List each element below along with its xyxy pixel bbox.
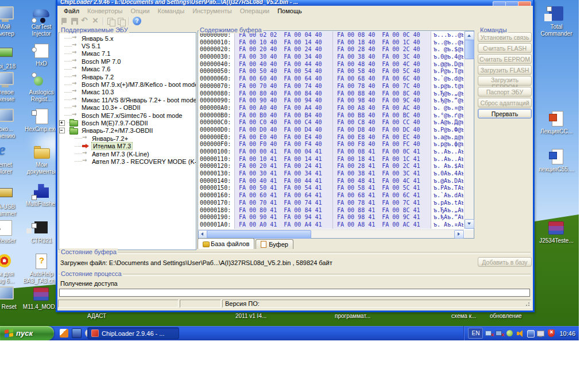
title-bar[interactable]: ChipLoader 2.9.46 - E:\Documents and Set… [57,0,533,6]
desktop-icon-pa-usb-programmer[interactable]: PA-USB grammer [0,183,22,217]
menu-item[interactable]: Команды [154,7,189,15]
tree-item[interactable]: Автел М7.3 (K-Line) [59,150,196,158]
menu-item[interactable]: Файл [60,7,83,15]
desktop-icon-label[interactable]: 2011 v1 I4... [235,313,266,319]
desktop-icon-cartest[interactable]: CarTest Injector [24,6,59,37]
command-button[interactable]: Паспорт ЭБУ [478,87,532,97]
minimize-button[interactable] [493,1,506,6]
horizontal-scrollbar[interactable] [198,229,464,238]
desktop-icon-auslogics[interactable]: Auslogics Regist... [24,71,59,103]
hex-row[interactable]: 00000140: FA 00 40 41 FA 00 44 41 FA 00 … [198,178,463,185]
hex-row[interactable]: 000000C0: FA 00 C0 40 FA 00 C4 40 FA 00 … [198,119,463,126]
tree-expander-icon[interactable] [59,120,65,126]
desktop-icon-total-commander[interactable]: Total Commander [536,6,577,37]
network-disconnected-icon[interactable] [485,329,493,337]
desktop-icon-service-reset[interactable]: ice Reset [0,286,22,310]
security-alert-icon[interactable] [547,329,555,337]
tree-item[interactable]: Январь 5.x [59,34,196,42]
tree-item[interactable]: Микас 7.6 [59,66,196,73]
desktop-icon-lekciya-c55[interactable]: лекцияС55.... [536,148,577,173]
desktop-icon-hexcmp[interactable]: HexCmp.exe [24,108,59,133]
command-button[interactable]: Загрузить EEPROM [478,76,532,86]
quick-launch-icon-1[interactable] [60,329,68,338]
open-file-icon[interactable] [60,17,69,25]
menu-item[interactable]: Операции [236,7,273,15]
tree-expander-icon[interactable] [59,128,65,133]
hex-row[interactable]: 000001A0: FA 00 A0 41 FA 00 A4 41 FA 00 … [198,221,463,229]
command-button[interactable]: Считать EEPROM [478,54,532,64]
desktop-icon-label[interactable]: АДАСТ [87,313,106,319]
hex-row[interactable]: 00000060: FA 00 60 40 FA 00 64 40 FA 00 … [198,75,463,83]
quick-launch-icon-2[interactable] [72,328,82,338]
save-file-icon[interactable] [71,17,79,25]
desktop-icon-j2534[interactable]: J2534Teste... [536,220,577,244]
desktop-icon-lekciya-cc[interactable]: ЛекцияСС... [536,110,577,135]
help-icon[interactable]: ? [133,17,141,25]
tree-item[interactable]: Январь-7.2+/М7.3-OBDII [59,127,196,135]
command-button[interactable]: Считать FLASH [478,43,532,53]
tree-item[interactable]: Bosch ME7.x/Simtec76 - boot mode [59,112,196,119]
hex-row[interactable]: 00000010: FA 00 10 40 FA 00 14 40 FA 00 … [198,39,463,47]
desktop-icon-network[interactable]: етевое ужение [0,71,22,103]
hex-row[interactable]: 000000B0: FA 00 B0 40 FA 00 B4 40 FA 00 … [198,112,463,120]
hex-row[interactable]: 00000090: FA 00 90 40 FA 00 94 40 FA 00 … [198,97,463,105]
desktop-icon-reader[interactable]: t Reader [0,220,22,244]
language-indicator[interactable]: EN [468,328,483,339]
hex-row[interactable]: 00000070: FA 00 70 40 FA 00 74 40 FA 00 … [198,83,463,90]
volume-icon[interactable] [516,329,524,337]
tree-item[interactable]: Микас 10.3+ - OBDII [59,104,196,112]
tree-item[interactable]: Ителма М7.3 [59,142,196,150]
menu-item[interactable]: Помощь [273,7,306,15]
hex-row[interactable]: 000000E0: FA 00 E0 40 FA 00 E4 40 FA 00 … [198,134,463,141]
close-button[interactable] [518,1,531,6]
maximize-button[interactable] [505,1,519,6]
undo-icon[interactable] [81,17,90,25]
tree-item[interactable]: Микас 11/VS 8/Январь 7.2+ - boot mode [59,96,196,103]
connection-error-icon[interactable] [496,329,504,337]
command-button[interactable]: Сброс адаптаций [478,98,532,108]
taskbar-clock[interactable]: 10:46 [559,330,575,337]
resize-grip[interactable] [524,301,530,306]
hex-row[interactable]: 00000040: FA 00 40 40 FA 00 44 40 FA 00 … [198,61,463,68]
hex-row[interactable]: 00000170: FA 00 70 41 FA 00 74 41 FA 00 … [198,200,463,207]
tree-item[interactable]: Микас 10.3 [59,89,196,96]
vertical-scrollbar[interactable] [464,31,474,229]
antivirus-icon[interactable] [506,329,514,337]
tree-item[interactable]: Автел М7.3 - RECOVERY MODE (K-Line) [59,158,196,165]
delete-icon[interactable] [91,17,100,25]
hex-row[interactable]: 00000150: FA 00 50 41 FA 00 54 41 FA 00 … [198,185,463,192]
tree-item[interactable]: Январь 7.2 [59,73,196,80]
desktop-icon-autohelp[interactable]: AutoHelp ВАЗ_ГАЗ.chm [24,253,59,285]
tray-app-icon[interactable] [527,329,535,337]
desktop-icon-hxd[interactable]: HxD [24,43,59,67]
desktop-icon-multiflasher[interactable]: MultiFlasher [24,183,59,208]
hex-row[interactable]: 00000100: FA 00 00 41 FA 00 04 41 FA 00 … [198,148,463,156]
scrollbar-thumb[interactable] [465,40,474,59]
hex-row[interactable]: 00000080: FA 00 80 40 FA 00 84 40 FA 00 … [198,90,463,98]
hex-row[interactable]: 00000120: FA 00 20 41 FA 00 24 41 FA 00 … [198,163,463,170]
tree-item[interactable]: Микас 7.1 [59,50,196,57]
menu-item[interactable]: Конверторы [83,7,126,15]
display-settings-icon[interactable] [537,329,545,337]
command-button[interactable]: Прервать [478,109,532,118]
desktop-icon-m114mod[interactable]: M11.4_MOD... [24,286,59,310]
hex-row[interactable]: 00000190: FA 00 90 41 FA 00 94 41 FA 00 … [198,214,463,221]
hex-row[interactable]: 00000030: FA 00 30 40 FA 00 34 40 FA 00 … [198,53,463,61]
hex-row[interactable]: 00000110: FA 00 10 41 FA 00 14 41 FA 00 … [198,156,463,163]
tab-buffer[interactable]: Буфер [256,239,293,249]
hex-row[interactable]: 00000180: FA 00 80 41 FA 00 84 41 FA 00 … [198,207,463,214]
taskbar-task-chiploader[interactable]: ChipLoader 2.9.46 - ... [87,327,179,339]
hex-row[interactable]: 000000F0: FA 00 F0 40 FA 00 F4 40 FA 00 … [198,141,463,148]
desktop-icon-highspeed-connection[interactable]: соко... ючению [0,108,22,140]
tree-item[interactable]: VS 5.1 [59,42,196,49]
hex-row[interactable]: 000000D0: FA 00 D0 40 FA 00 D4 40 FA 00 … [198,126,463,134]
desktop-icon-internet-explorer[interactable]: ternet plorer [0,144,22,175]
hex-row[interactable]: 000000A0: FA 00 A0 40 FA 00 A4 40 FA 00 … [198,105,463,112]
command-button[interactable]: Установить связь [478,32,532,42]
scroll-right-icon[interactable] [454,230,464,239]
tree-item[interactable]: Bosch M7.9.x(+)/M7.8/Kefico - boot mode [59,80,196,88]
tab-file-database[interactable]: База файлов [198,238,254,249]
desktop-icon-airbag-language[interactable]: ык для bag 6... [0,253,22,285]
add-to-database-button[interactable]: Добавить в базу [478,257,532,267]
desktop-icon-label[interactable]: программат... [335,313,370,319]
